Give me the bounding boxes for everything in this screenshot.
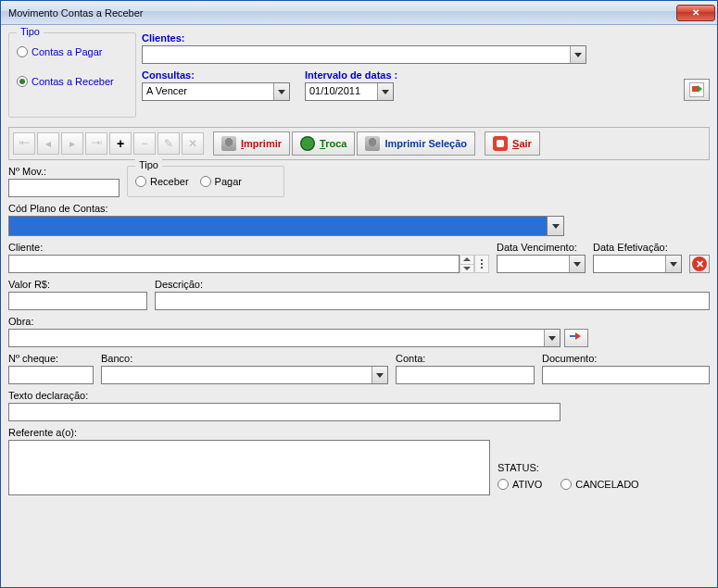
texto-declaracao-label: Texto declaração: [8,390,710,401]
intervalo-value: 01/10/2011 [306,83,377,100]
row-nmov-tipo: Nº Mov.: Tipo Receber Pagar [8,166,710,197]
referente-field: Referente a(o): [8,427,490,495]
cliente-field: Cliente: [8,242,489,273]
cod-plano-combo[interactable] [8,216,564,236]
consultas-combo[interactable]: A Vencer [142,82,290,101]
banco-label: Banco: [101,353,388,364]
radio-label: Contas a Pagar [31,46,102,57]
data-efetivacao-label: Data Efetivação: [593,242,682,253]
ncheque-input[interactable] [8,366,94,384]
group-tipo-form-title: Tipo [135,159,162,170]
clientes-combo[interactable] [142,45,586,64]
consultas-field: Consultas: A Vencer [142,69,290,101]
sair-label-rest: air [519,138,531,149]
conta-input[interactable] [396,366,535,384]
clear-date-button[interactable]: ✕ [689,255,710,273]
imprimir-selecao-label: Imprimir Seleção [384,138,467,149]
chevron-down-icon[interactable] [372,367,387,383]
window-title: Movimento Contas a Receber [8,7,676,19]
nav-first-button[interactable]: ⭰ [13,132,35,155]
chevron-down-icon[interactable] [547,217,563,235]
nav-prev-button[interactable]: ◂ [37,132,59,155]
ncheque-label: Nº cheque: [8,353,94,364]
clientes-field: Clientes: [142,32,710,64]
radio-label: ATIVO [512,479,542,490]
documento-input[interactable] [542,366,710,384]
obra-field: Obra: [8,316,710,347]
row-valor-descricao: Valor R$: Descrição: [8,279,710,310]
radio-icon [498,479,509,490]
nav-next-button[interactable]: ▸ [61,132,83,155]
window-close-button[interactable]: ✕ [676,5,715,21]
cod-plano-value [9,217,547,235]
banco-combo[interactable] [101,366,388,384]
radio-contas-a-receber[interactable]: Contas a Receber [17,76,128,87]
filter-right-column: Clientes: Consultas: A Vencer [142,32,710,118]
imprimir-button[interactable]: Imprimir [213,131,290,156]
row-cheque-banco-conta-doc: Nº cheque: Banco: Conta: Documento: [8,353,710,384]
consultas-value: A Vencer [143,83,273,100]
ncheque-field: Nº cheque: [8,353,94,384]
globe-icon [300,136,315,151]
documento-label: Documento: [542,353,710,364]
radio-pagar[interactable]: Pagar [200,176,242,187]
radio-contas-a-pagar[interactable]: Contas a Pagar [17,46,128,57]
group-tipo-filter-title: Tipo [17,26,44,37]
nav-last-button[interactable]: ⭲ [85,132,107,155]
texto-declaracao-input[interactable] [8,403,561,421]
nav-cancel-button[interactable]: ✕ [182,132,204,155]
valor-field: Valor R$: [8,279,147,310]
conta-field: Conta: [396,353,535,384]
chevron-down-icon[interactable] [377,83,393,100]
filter-panel: Tipo Contas a Pagar Contas a Receber Cli… [8,32,710,118]
data-vencimento-field: Data Vencimento: [497,242,586,273]
obra-action-button[interactable] [564,329,588,347]
referente-label: Referente a(o): [8,427,490,438]
intervalo-field: Intervalo de datas : 01/10/2011 [305,69,397,101]
data-efetivacao-combo[interactable] [593,255,682,273]
nmov-input[interactable] [8,179,120,197]
nmov-field: Nº Mov.: [8,166,120,197]
radio-icon [200,176,211,187]
chevron-down-icon[interactable] [273,83,289,100]
chevron-down-icon[interactable] [570,46,586,63]
nav-insert-button[interactable]: + [109,132,132,155]
data-efetivacao-value [594,256,665,272]
nav-edit-button[interactable]: ✎ [157,132,180,155]
printer-icon [365,136,380,151]
obra-combo[interactable] [8,329,561,347]
cliente-lookup-button[interactable] [474,255,489,273]
valor-input[interactable] [8,292,147,310]
nmov-label: Nº Mov.: [8,166,120,177]
cod-plano-label: Cód Plano de Contas: [8,203,710,214]
clientes-label: Clientes: [142,32,710,44]
descricao-input[interactable] [155,292,710,310]
consulta-row: Consultas: A Vencer Intervalo de datas :… [142,69,710,101]
intervalo-date-combo[interactable]: 01/10/2011 [305,82,394,101]
row-referente-status: Referente a(o): STATUS: ATIVO CANCELADO [8,427,710,495]
cliente-spinner[interactable] [460,255,474,273]
troca-button[interactable]: Troca [292,131,355,156]
cod-plano-field: Cód Plano de Contas: [8,203,710,236]
action-icon [689,82,704,97]
referente-textarea[interactable] [8,440,490,495]
radio-icon [561,479,572,490]
chevron-down-icon[interactable] [544,330,560,346]
cliente-input[interactable] [8,255,460,273]
radio-status-ativo[interactable]: ATIVO [498,479,542,490]
data-vencimento-combo[interactable] [497,255,586,273]
radio-receber[interactable]: Receber [135,176,189,187]
chevron-down-icon[interactable] [569,256,585,272]
banco-field: Banco: [101,353,388,384]
group-tipo-form: Tipo Receber Pagar [127,166,284,197]
sair-button[interactable]: Sair [485,131,540,156]
radio-status-cancelado[interactable]: CANCELADO [561,479,638,490]
imprimir-selecao-button[interactable]: Imprimir Seleção [357,131,475,156]
nav-delete-button[interactable]: − [133,132,156,155]
chevron-down-icon[interactable] [665,256,681,272]
clientes-value [143,46,570,63]
obra-value [9,330,544,346]
window-frame: Movimento Contas a Receber ✕ Tipo Contas… [0,0,718,588]
consultas-label: Consultas: [142,69,290,81]
action-button[interactable] [684,79,710,101]
